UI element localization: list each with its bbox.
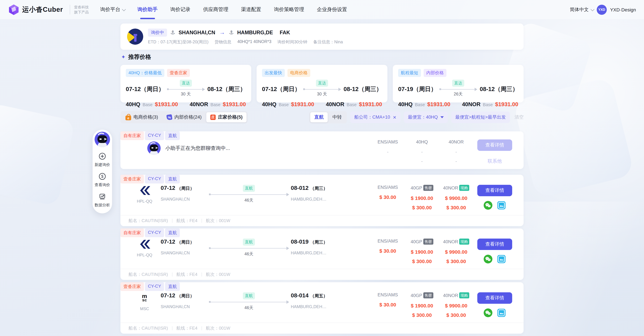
segment-dealer-price[interactable]: 庄 庄家价格(5)	[206, 112, 246, 122]
price-value: $ 300.00	[439, 312, 473, 318]
sort-order-pill[interactable]: 最便宜>航程短>最早出发	[451, 112, 510, 123]
base-label: Base	[415, 102, 425, 107]
view-details-button[interactable]: 查看详情	[477, 139, 512, 151]
cargo-term: FAK	[280, 29, 290, 36]
cheapest-filter-pill[interactable]: 最便宜：40HQ	[404, 112, 448, 123]
inquiry-route-line: 询价中 ⚓ SHANGHAI,CN → ⚓ HAMBURG,DE FAK	[148, 28, 517, 37]
wechat-icon[interactable]	[484, 308, 492, 317]
nav-channel-config[interactable]: 渠道配置	[241, 0, 261, 19]
inquiry-summary-card: 询价中 ⚓ SHANGHAI,CN → ⚓ HAMBURG,DE FAK ETD…	[120, 24, 524, 50]
nav-supplier-management[interactable]: 供应商管理	[203, 0, 228, 19]
background-cube	[512, 77, 634, 199]
transit-days: 46天	[244, 251, 254, 257]
base-price: $1931.00	[427, 101, 450, 107]
arrive-port: HAMBURG,DEH…	[291, 304, 347, 309]
transit-badge: 直航	[243, 239, 255, 246]
language-selector[interactable]: 简体中文	[570, 7, 593, 13]
transit-days: 46天	[244, 305, 254, 311]
base-price: $1931.00	[359, 101, 382, 107]
chart-trend-icon	[98, 193, 106, 200]
main-nav: 询价平台 询价助手 询价记录 供应商管理 渠道配置 询价策略管理 企业身份设置	[100, 0, 347, 19]
image-icon[interactable]	[497, 308, 506, 317]
recommend-card[interactable]: 40HQ：价格最低 壹沓庄家 07-12（周日） 直达 30 天 08-12（周…	[120, 65, 251, 102]
inquiry-remark: 备注信息：Nina	[313, 39, 343, 45]
price-placeholder: -	[439, 158, 473, 164]
view-details-button[interactable]: 查看详情	[477, 185, 512, 196]
price-column-ens: ENS/AMS $ 30.00	[371, 292, 405, 307]
anchor-icon: ⚓	[170, 29, 175, 36]
result-card: 自有庄家 CY-CY 直航 HPL-QQ 07-12 （周日） SHA	[120, 229, 524, 280]
price-value: $ 30.00	[371, 302, 405, 307]
data-analysis-button[interactable]: 数据分析	[92, 193, 112, 208]
route-line	[209, 194, 289, 195]
recommend-card[interactable]: 出发最快 电商价格 07-12（周日） 直达 30 天 08-12（周三） 40…	[256, 65, 388, 102]
toggle-direct[interactable]: 直航	[310, 112, 328, 122]
base-label: Base	[279, 102, 289, 107]
carrier-filter-pill[interactable]: 船公司：CMA+10 ✕	[350, 112, 400, 123]
soldout-badge: 售罄	[423, 292, 433, 298]
voyage-code: 航次：001W	[206, 218, 230, 224]
depart-date: 07-12（周日）	[262, 85, 300, 93]
nav-inquiry-platform[interactable]: 询价平台	[100, 0, 125, 19]
soldout-badge: 售罄	[423, 239, 433, 245]
transit-badge: 直航	[243, 292, 255, 299]
segment-internal-price[interactable]: % 内部价格(24)	[163, 112, 206, 122]
clear-filters-button[interactable]: 清空	[514, 114, 524, 120]
price-value: $ 9900.00	[439, 195, 473, 201]
contact-button[interactable]: 联系他	[473, 158, 516, 164]
chevron-down-icon	[590, 7, 594, 11]
avatar[interactable]: YXD	[597, 5, 607, 15]
voyage-code: 航次：001W	[206, 271, 230, 277]
arrive-date: 08-12（周三）	[480, 85, 518, 93]
price-column-40nor: 40NOR - -	[439, 139, 473, 164]
container-type: 40HQ	[262, 101, 276, 107]
dealer-type-tag: 壹沓庄家	[120, 282, 144, 291]
inquiry-avatar	[127, 29, 143, 45]
depart-date: 07-12	[161, 239, 175, 245]
wechat-icon[interactable]	[484, 201, 492, 210]
result-card: 壹沓庄家 CY-CY 直航 msc MSC 07-12 （周日） SHANGHA…	[120, 282, 524, 334]
wechat-icon[interactable]	[484, 255, 492, 263]
base-price: $1931.00	[291, 101, 314, 107]
double-chevron-icon	[138, 186, 151, 196]
price-placeholder: -	[439, 149, 473, 154]
soldout-badge: 售罄	[423, 185, 433, 191]
carrier-logo-hpl	[128, 185, 161, 196]
header-right: 简体中文 YXD YXD·Design	[570, 5, 636, 15]
image-icon[interactable]	[497, 201, 506, 210]
nav-strategy-management[interactable]: 询价策略管理	[274, 0, 304, 19]
new-inquiry-button[interactable]: 新建询价	[92, 152, 112, 167]
arrive-date: 08-014	[291, 292, 308, 299]
price-value: $ 300.00	[439, 205, 473, 210]
price-type-segmented-control: e 电商价格(3) % 内部价格(24) 庄 庄家价格(5)	[120, 111, 248, 123]
recommend-card[interactable]: 航程最短 内部价格 07-19（周日） 直达 26天 08-12（周三） 40H…	[393, 65, 524, 102]
double-chevron-icon	[138, 239, 151, 249]
recommend-section-title: ✦ 推荐价格	[121, 53, 523, 61]
assistant-robot-avatar[interactable]	[94, 132, 110, 147]
voyage-footer: 船名：CAUTIN(ISR) 航线：FE4 航次：001W	[120, 322, 524, 334]
depart-port: SHANGHAI,CN	[161, 197, 207, 202]
close-icon[interactable]: ✕	[393, 115, 396, 120]
lighthouse-avatar-icon	[127, 29, 143, 45]
image-icon[interactable]	[497, 255, 506, 263]
plus-circle-icon	[98, 152, 106, 160]
toggle-transshipment[interactable]: 中转	[328, 112, 346, 122]
transit-days: 30 天	[317, 91, 327, 97]
dollar-circle-icon: $	[98, 173, 106, 180]
sparkle-icon: ✦	[121, 54, 126, 60]
recommend-tag-secondary: 电商价格	[288, 69, 310, 77]
brand-subtitle: 壹沓科技 旗下产品	[70, 5, 89, 15]
inquiry-summary-body: 询价中 ⚓ SHANGHAI,CN → ⚓ HAMBURG,DE FAK ETD…	[148, 28, 517, 45]
nav-inquiry-assistant[interactable]: 询价助手	[138, 0, 158, 19]
price-value: $ 9900.00	[439, 303, 473, 308]
brand[interactable]: 运小沓Cuber 壹沓科技 旗下产品	[8, 4, 89, 15]
view-details-button[interactable]: 查看详情	[477, 292, 512, 304]
assistant-robot-avatar	[147, 141, 161, 155]
service-term-tag: CY-CY	[145, 175, 164, 184]
shopping-bag-icon: e	[126, 116, 131, 120]
nav-inquiry-records[interactable]: 询价记录	[170, 0, 190, 19]
nav-enterprise-identity[interactable]: 企业身份设置	[317, 0, 347, 19]
view-details-button[interactable]: 查看详情	[477, 239, 512, 250]
segment-ecommerce-price[interactable]: e 电商价格(3)	[122, 112, 162, 122]
view-inquiry-button[interactable]: $ 查看询价	[92, 173, 112, 188]
